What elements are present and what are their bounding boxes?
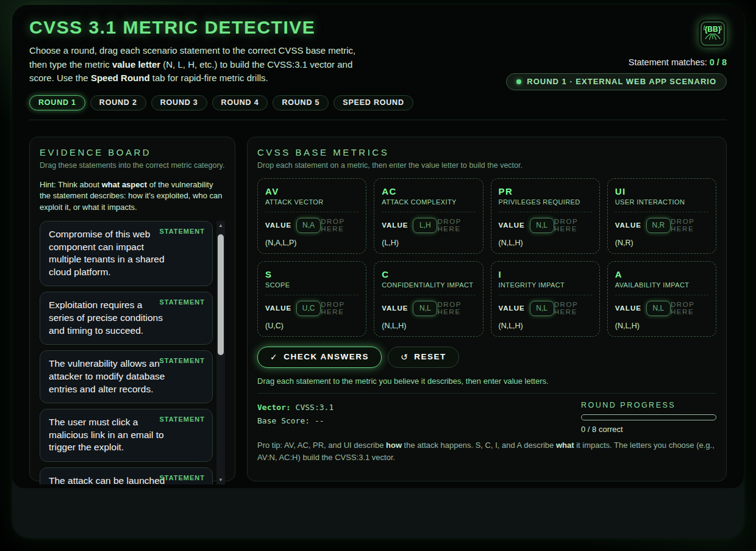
drop-here-label: DROP HERE xyxy=(554,218,592,232)
statement-card[interactable]: STATEMENT Compromise of this web compone… xyxy=(40,221,213,286)
evidence-board-subtitle: Drag these statements into the correct m… xyxy=(40,161,225,170)
vector-readout: Vector: CVSS:3.1 Base Score: -- xyxy=(257,401,333,434)
tab-speed-round[interactable]: SPEED ROUND xyxy=(333,95,413,110)
value-input-s[interactable] xyxy=(296,301,321,316)
metric-abbr: A xyxy=(615,269,708,279)
tab-round-1[interactable]: ROUND 1 xyxy=(29,95,85,110)
check-answers-label: CHECK ANSWERS xyxy=(284,352,369,361)
reset-label: RESET xyxy=(414,352,446,361)
score-label: Base Score: xyxy=(257,416,310,425)
tab-round-2[interactable]: ROUND 2 xyxy=(90,95,146,110)
metric-hint: (N,L,H) xyxy=(499,239,592,247)
value-input-ui[interactable] xyxy=(646,218,671,233)
statement-matches-value: 0 / 8 xyxy=(710,57,727,67)
statement-card[interactable]: STATEMENT Exploitation requires a series… xyxy=(40,292,213,345)
statement-badge: STATEMENT xyxy=(159,228,205,235)
metric-card-c[interactable]: C CONFIDENTIALITY IMPACT VALUE DROP HERE… xyxy=(374,261,483,337)
tab-round-5[interactable]: ROUND 5 xyxy=(273,95,329,110)
metric-name: AVAILABILITY IMPACT xyxy=(615,281,708,289)
statement-text: The vulnerability allows an attacker to … xyxy=(49,358,169,395)
value-input-pr[interactable] xyxy=(530,218,554,233)
metrics-divider xyxy=(257,393,716,394)
round-progress-title: ROUND PROGRESS xyxy=(581,401,716,409)
value-label: VALUE xyxy=(265,304,291,312)
value-label: VALUE xyxy=(265,221,291,229)
round-progress: ROUND PROGRESS 0 / 8 correct xyxy=(581,401,716,434)
app-window: CVSS 3.1 METRIC DETECTIVE Choose a round… xyxy=(12,5,744,488)
evidence-board-title: EVIDENCE BOARD xyxy=(40,147,225,157)
value-label: VALUE xyxy=(615,221,641,229)
metric-name: INTEGRITY IMPACT xyxy=(499,281,592,289)
reset-button[interactable]: ↺ RESET xyxy=(388,347,459,368)
metric-name: USER INTERACTION xyxy=(615,198,708,206)
value-input-a[interactable] xyxy=(646,301,671,316)
intro-part: tab for rapid-fire metric drills. xyxy=(150,73,268,83)
app-shell: CVSS 3.1 METRIC DETECTIVE Choose a round… xyxy=(12,5,744,538)
statement-card[interactable]: STATEMENT The vulnerability allows an at… xyxy=(40,350,213,403)
intro-text: Choose a round, drag each scenario state… xyxy=(29,44,362,85)
metric-card-a[interactable]: A AVAILABILITY IMPACT VALUE DROP HERE (N… xyxy=(607,261,716,337)
statement-scrollbar[interactable]: ▲ ▼ xyxy=(216,221,225,484)
metrics-panel-subtitle: Drop each statement on a metric, then en… xyxy=(257,161,716,170)
round-tabs: ROUND 1 ROUND 2 ROUND 3 ROUND 4 ROUND 5 … xyxy=(29,95,413,110)
vector-label: Vector: xyxy=(257,403,291,412)
reset-icon: ↺ xyxy=(401,352,408,362)
header-right: {BB} Statement matches: 0 / 8 xyxy=(506,17,727,110)
metric-hint: (L,H) xyxy=(382,239,475,247)
value-label: VALUE xyxy=(382,221,408,229)
statement-badge: STATEMENT xyxy=(159,357,205,364)
metric-abbr: I xyxy=(499,269,592,279)
metric-card-i[interactable]: I INTEGRITY IMPACT VALUE DROP HERE (N,L,… xyxy=(491,261,600,337)
statement-card[interactable]: STATEMENT The user must click a maliciou… xyxy=(40,409,213,462)
header-left: CVSS 3.1 METRIC DETECTIVE Choose a round… xyxy=(29,17,413,110)
statement-card[interactable]: STATEMENT The attack can be launched rem… xyxy=(40,467,213,484)
value-input-ac[interactable] xyxy=(413,218,437,233)
value-label: VALUE xyxy=(615,304,641,312)
check-answers-button[interactable]: ✓ CHECK ANSWERS xyxy=(257,347,382,368)
hint-part: Hint: Think about xyxy=(40,180,102,189)
protip-part: the attack happens. S, C, I, and A descr… xyxy=(402,441,556,450)
value-label: VALUE xyxy=(499,304,525,312)
check-icon: ✓ xyxy=(270,352,278,362)
header-divider xyxy=(29,120,727,120)
protip-part: Pro tip: AV, AC, PR, and UI describe xyxy=(257,441,386,450)
scrollbar-thumb[interactable] xyxy=(218,234,224,355)
value-input-av[interactable] xyxy=(296,218,321,233)
metric-divider xyxy=(615,212,708,212)
vector-value: CVSS:3.1 xyxy=(291,403,333,412)
statement-badge: STATEMENT xyxy=(159,474,205,481)
value-input-c[interactable] xyxy=(413,301,437,316)
metric-card-av[interactable]: AV ATTACK VECTOR VALUE DROP HERE (N,A,L,… xyxy=(257,178,366,254)
header: CVSS 3.1 METRIC DETECTIVE Choose a round… xyxy=(29,17,727,110)
metric-name: ATTACK VECTOR xyxy=(265,198,358,206)
metric-divider xyxy=(499,212,592,212)
scroll-up-icon[interactable]: ▲ xyxy=(216,221,225,230)
metric-divider xyxy=(615,295,708,295)
metric-card-ui[interactable]: UI USER INTERACTION VALUE DROP HERE (N,R… xyxy=(607,178,716,254)
statement-matches: Statement matches: 0 / 8 xyxy=(629,57,727,67)
statement-text: The user must click a malicious link in … xyxy=(49,416,169,454)
statement-list: STATEMENT Compromise of this web compone… xyxy=(40,221,225,484)
metric-abbr: PR xyxy=(499,186,592,196)
metric-hint: (N,L,H) xyxy=(615,322,708,330)
main-content: EVIDENCE BOARD Drag these statements int… xyxy=(29,137,727,481)
metric-name: PRIVILEGES REQUIRED xyxy=(499,198,592,206)
drop-here-label: DROP HERE xyxy=(671,301,708,315)
metric-card-s[interactable]: S SCOPE VALUE DROP HERE (U,C) xyxy=(257,261,366,337)
bb-logo-icon: {BB} xyxy=(699,20,727,48)
metric-card-ac[interactable]: AC ATTACK COMPLEXITY VALUE DROP HERE (L,… xyxy=(374,178,483,254)
statement-badge: STATEMENT xyxy=(159,298,205,306)
value-input-i[interactable] xyxy=(530,301,554,316)
score-line: Base Score: -- xyxy=(257,414,333,428)
scroll-down-icon[interactable]: ▼ xyxy=(216,475,225,484)
cvss-metrics-panel: CVSS BASE METRICS Drop each statement on… xyxy=(247,137,727,481)
progress-bar xyxy=(581,414,716,420)
metric-abbr: S xyxy=(265,269,358,279)
metric-hint: (N,R) xyxy=(615,239,708,247)
intro-bold: value letter xyxy=(112,59,160,70)
tab-round-3[interactable]: ROUND 3 xyxy=(151,95,207,110)
metric-card-pr[interactable]: PR PRIVILEGES REQUIRED VALUE DROP HERE (… xyxy=(491,178,600,254)
protip-bold: how xyxy=(386,441,402,450)
evidence-board-panel: EVIDENCE BOARD Drag these statements int… xyxy=(29,137,235,481)
tab-round-4[interactable]: ROUND 4 xyxy=(212,95,268,110)
